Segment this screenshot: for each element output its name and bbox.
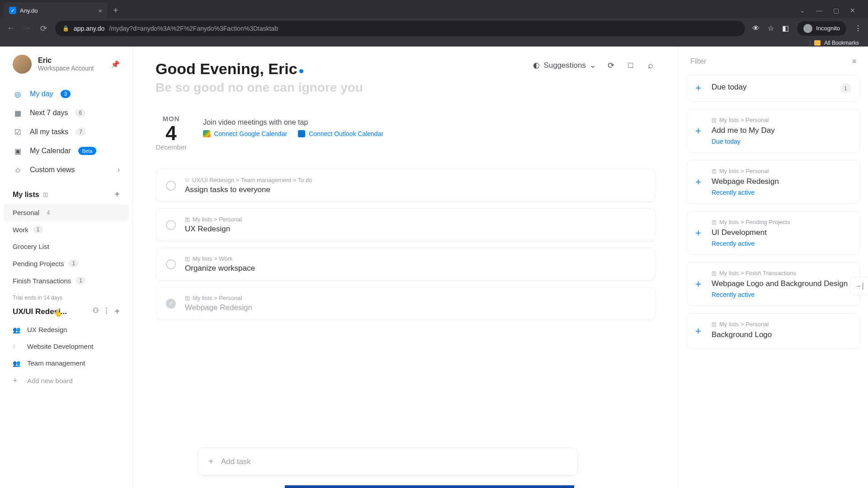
favicon-icon [9, 7, 16, 14]
suggestion-card-due-today[interactable]: + Due today 1 [687, 75, 860, 102]
suggestions-button[interactable]: Suggestions ⌄ [533, 61, 596, 70]
heading-text: My lists [13, 191, 39, 199]
add-suggestion-icon[interactable]: + [695, 125, 704, 137]
task-title: Organize workspace [185, 264, 255, 273]
all-bookmarks-button[interactable]: All Bookmarks [824, 40, 859, 46]
lock-icon [185, 217, 190, 222]
eye-off-icon[interactable]: 👁 [752, 24, 760, 33]
add-suggestion-icon[interactable]: + [695, 82, 704, 94]
list-label: Finish Transactions [13, 277, 71, 285]
workspace-icons: ⚇ ⋮ + [93, 306, 120, 317]
add-board-button[interactable]: + Add new board [0, 371, 132, 390]
list-label: Personal [13, 209, 39, 216]
bookmarks-bar: | All Bookmarks [0, 38, 868, 47]
forward-button[interactable]: → [23, 23, 32, 33]
search-icon[interactable] [646, 60, 656, 70]
workspace-heading[interactable]: UX/UI Redesi... ⚇ ⋮ + [0, 304, 132, 321]
sidebar: Eric Workspace Account 📌 My day 3 Next 7… [0, 47, 133, 488]
task-card[interactable]: My lists > Work Organize workspace [156, 248, 656, 281]
filter-label[interactable]: Filter [690, 57, 707, 66]
suggestion-meta: Recently active [712, 189, 851, 196]
add-task-input[interactable]: + Add task [198, 448, 578, 475]
task-card[interactable]: My lists > Personal UX Redesign [156, 208, 656, 241]
browser-tab[interactable]: Any.do × [4, 3, 108, 18]
reload-button[interactable]: ⟳ [39, 23, 48, 33]
add-list-button[interactable]: + [114, 189, 120, 200]
add-suggestion-icon[interactable]: + [695, 278, 704, 290]
suggestion-title: Add me to My Day [712, 126, 851, 135]
list-item-work[interactable]: Work 1 [0, 221, 132, 238]
nav-all-tasks[interactable]: All my tasks 7 [0, 122, 132, 141]
list-item-grocery[interactable]: Grocery List [0, 238, 132, 255]
trial-note: Trial ends in 14 days [0, 289, 132, 304]
main-header: Good Evening, Eric Be so good no one can… [156, 60, 656, 95]
pin-icon[interactable]: 📌 [111, 60, 120, 69]
lock-icon: 🔒 [62, 25, 69, 32]
filter-icon[interactable] [852, 57, 856, 66]
refresh-icon[interactable] [606, 61, 616, 70]
main-panel: Good Evening, Eric Be so good no one can… [133, 47, 678, 488]
bookmark-star-icon[interactable]: ☆ [768, 24, 774, 33]
suggestion-title: Webpage Redesign [712, 177, 851, 186]
board-team-mgmt[interactable]: 👥 Team management [0, 355, 132, 371]
close-tab-icon[interactable]: × [98, 7, 102, 14]
add-suggestion-icon[interactable]: + [695, 325, 704, 337]
board-ux-redesign[interactable]: 👥 UX Redesign [0, 321, 132, 338]
suggestion-card[interactable]: + My lists > Personal Webpage Redesign R… [687, 160, 860, 204]
profile-subtitle: Workspace Account [38, 65, 94, 72]
connect-google-button[interactable]: Connect Google Calendar [203, 130, 287, 137]
add-suggestion-icon[interactable]: + [695, 227, 704, 239]
suggestion-card[interactable]: + My lists > Finish Transactions Webpage… [687, 262, 860, 306]
task-card[interactable]: UX/UI Redesign > Team management > To do… [156, 169, 656, 202]
suggestion-meta: Recently active [712, 240, 851, 247]
panel-icon[interactable]: ◧ [782, 24, 789, 33]
nav-custom-views[interactable]: Custom views › [0, 160, 132, 179]
members-icon[interactable]: ⚇ [93, 306, 99, 317]
list-item-personal[interactable]: Personal 4 [4, 204, 129, 221]
task-checkbox[interactable] [166, 259, 176, 269]
people-icon [185, 177, 189, 183]
suggestion-crumb: My lists > Personal [712, 321, 851, 328]
nav-my-calendar[interactable]: ▣ My Calendar Beta [0, 141, 132, 160]
collapse-panel-button[interactable]: →| [850, 277, 868, 295]
more-icon[interactable]: ⋮ [103, 306, 110, 317]
board-website-dev[interactable]: ⦀ Website Development [0, 338, 132, 355]
connect-outlook-button[interactable]: Connect Outlook Calendar [298, 130, 383, 137]
suggestion-card[interactable]: + My lists > Pending Projects UI Develop… [687, 211, 860, 255]
nav-next-7-days[interactable]: Next 7 days 6 [0, 103, 132, 122]
url-input[interactable]: 🔒 app.any.do/myday?d=anydo%3A%2F%2Fanydo… [55, 21, 745, 36]
close-window-icon[interactable]: ✕ [850, 7, 855, 14]
task-checkbox-checked[interactable] [166, 299, 176, 309]
maximize-icon[interactable]: ▢ [833, 7, 839, 14]
minimize-icon[interactable]: — [816, 7, 822, 14]
kebab-menu-icon[interactable]: ⋮ [854, 24, 862, 33]
date-column: MON 4 December [156, 115, 187, 151]
suggestion-meta: Due today [712, 138, 851, 145]
list-item-finish-transactions[interactable]: Finish Transactions 1 [0, 272, 132, 289]
task-checkbox[interactable] [166, 181, 176, 191]
task-checkbox[interactable] [166, 220, 176, 230]
back-button[interactable]: ← [6, 23, 15, 33]
dot-icon [299, 69, 303, 73]
suggestion-body: My lists > Pending Projects UI Developme… [712, 219, 851, 247]
nav-label: My Calendar [30, 147, 71, 155]
suggestion-card[interactable]: + My lists > Personal Background Logo [687, 313, 860, 349]
app-root: Eric Workspace Account 📌 My day 3 Next 7… [0, 47, 868, 488]
lock-icon [185, 296, 190, 301]
list-count: 1 [75, 277, 86, 285]
profile-block[interactable]: Eric Workspace Account 📌 [0, 55, 132, 83]
nav-my-day[interactable]: My day 3 [0, 84, 132, 103]
task-body: My lists > Work Organize workspace [185, 255, 255, 273]
task-card-completed[interactable]: My lists > Personal Webpage Redesign [156, 287, 656, 320]
profile-name: Eric [38, 56, 94, 65]
add-workspace-button[interactable]: + [114, 306, 120, 317]
fullscreen-icon[interactable] [626, 61, 636, 70]
window-dropdown-icon[interactable]: ⌄ [800, 7, 805, 14]
incognito-badge[interactable]: Incognito [797, 21, 846, 36]
lock-icon [712, 168, 717, 174]
suggestion-card[interactable]: + My lists > Personal Add me to My Day D… [687, 109, 860, 153]
list-item-pending-projects[interactable]: Pending Projects 1 [0, 255, 132, 272]
list-label: Grocery List [13, 243, 49, 250]
new-tab-button[interactable]: + [113, 5, 118, 16]
add-suggestion-icon[interactable]: + [695, 176, 704, 188]
